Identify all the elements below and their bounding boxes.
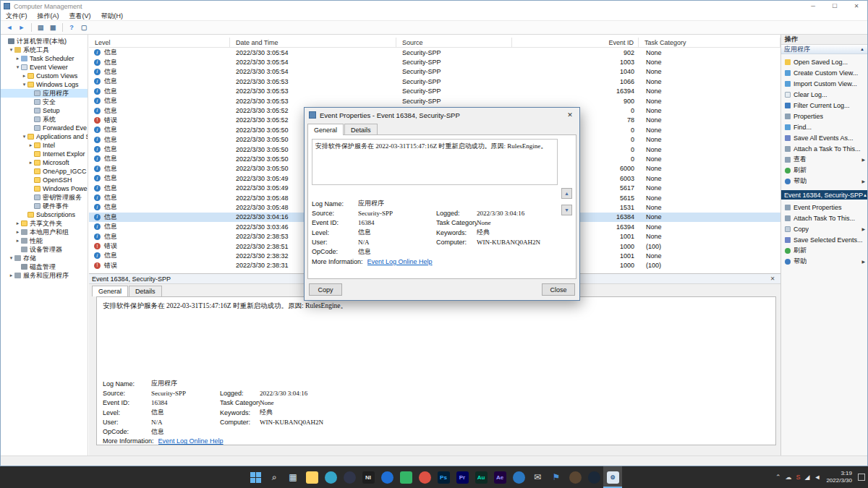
action-item[interactable]: Find...	[781, 121, 867, 132]
mail-icon[interactable]: ✉	[528, 466, 547, 488]
separator-icon[interactable]	[62, 23, 63, 32]
tree-item[interactable]: OpenSSH	[1, 176, 88, 184]
expand-icon[interactable]: ▸	[14, 221, 21, 226]
action-item[interactable]: Clear Log...	[781, 89, 867, 100]
expand-icon[interactable]: ▸	[14, 229, 21, 235]
column-header[interactable]: Level	[89, 38, 230, 47]
tree-item[interactable]: 密钥管理服务	[1, 193, 88, 202]
cloud-icon[interactable]: ☁	[786, 474, 792, 481]
action-item[interactable]: Open Saved Log...	[781, 56, 867, 67]
steam-app-icon[interactable]	[584, 466, 603, 488]
photoshop-icon[interactable]: Ps	[434, 466, 453, 488]
collapse-icon[interactable]: ▲	[860, 47, 864, 51]
dialog-close-button[interactable]: ✕	[561, 108, 579, 122]
input-method-icon[interactable]: S	[796, 474, 801, 481]
console-tree-icon[interactable]: ▦	[47, 22, 59, 33]
menu-item[interactable]: 帮助(H)	[96, 12, 129, 21]
task-view-icon[interactable]: ▦	[284, 466, 302, 488]
tree-item[interactable]: 应用程序	[1, 89, 88, 98]
tree-item[interactable]: ▾ Event Viewer	[1, 63, 88, 72]
action-item[interactable]: 刷新	[781, 165, 867, 176]
tree-item[interactable]: 系统	[1, 115, 88, 124]
event-row[interactable]: 信息 2022/3/30 3:05:53 Security-SPP 1066 N…	[89, 77, 780, 86]
network-icon[interactable]: ◢	[805, 474, 810, 481]
action-item[interactable]: Attach a Task To This...	[781, 143, 867, 154]
flag-app-icon[interactable]: ⚑	[547, 466, 566, 488]
tree-item[interactable]: Setup	[1, 106, 88, 115]
event-log-online-help-link[interactable]: Event Log Online Help	[158, 437, 224, 445]
computer-management-icon[interactable]: ⚙	[603, 466, 622, 488]
previous-event-button[interactable]: ▲	[561, 188, 572, 199]
next-event-button[interactable]: ▼	[561, 205, 572, 215]
brown-app-icon[interactable]	[566, 466, 584, 488]
action-center-icon[interactable]	[858, 474, 865, 481]
action-item[interactable]: Event Properties	[781, 202, 867, 213]
action-item[interactable]: 查看 ▶	[781, 154, 867, 165]
blue-app-icon[interactable]	[378, 466, 396, 488]
close-preview-icon[interactable]: ✕	[767, 275, 778, 282]
column-header[interactable]: Date and Time	[230, 38, 396, 47]
copy-button[interactable]: Copy	[309, 283, 342, 296]
audition-icon[interactable]: Au	[472, 466, 490, 488]
maximize-button[interactable]: ☐	[824, 1, 846, 12]
tree-item[interactable]: ▸ 服务和应用程序	[1, 271, 88, 280]
expand-icon[interactable]: ▸	[27, 160, 34, 166]
tree-item[interactable]: Forwarded Eve	[1, 124, 88, 132]
action-item[interactable]: 帮助 ▶	[781, 176, 867, 187]
chrome-icon[interactable]	[415, 466, 434, 488]
firefox-icon[interactable]	[340, 466, 359, 488]
expand-icon[interactable]: ▾	[21, 82, 27, 87]
section-header-application-log[interactable]: 应用程序 ▲	[781, 45, 867, 54]
taskbar-clock[interactable]: 3:19 2022/3/30	[826, 470, 852, 485]
close-button[interactable]: ✕	[846, 1, 867, 12]
tree-item[interactable]: ▸ Intel	[1, 141, 88, 150]
tree-item[interactable]: ▸ 本地用户和组	[1, 228, 88, 236]
action-item[interactable]: Filter Current Log...	[781, 100, 867, 111]
tree-item[interactable]: ▾ Applications and S	[1, 132, 88, 141]
event-log-online-help-link[interactable]: Event Log Online Help	[367, 258, 433, 265]
tree-item[interactable]: 设备管理器	[1, 245, 88, 254]
action-item[interactable]: 帮助 ▶	[781, 256, 867, 267]
column-header[interactable]: Event ID	[512, 38, 639, 47]
expand-icon[interactable]: ▾	[8, 255, 14, 261]
back-icon[interactable]: ◄	[4, 22, 15, 33]
tab[interactable]: Details	[344, 124, 378, 135]
tab[interactable]: General	[92, 286, 128, 296]
tree-item[interactable]: ▸ 共享文件夹	[1, 219, 88, 228]
edge-icon[interactable]	[321, 466, 340, 488]
help-icon[interactable]: ?	[66, 22, 77, 33]
export-list-icon[interactable]: ▤	[35, 22, 46, 33]
tree-item[interactable]: Subscriptions	[1, 210, 88, 219]
expand-icon[interactable]: ▾	[8, 47, 14, 53]
tree-item[interactable]: 安全	[1, 98, 88, 106]
tree-item[interactable]: OneApp_IGCC	[1, 167, 88, 176]
action-item[interactable]: 刷新	[781, 245, 867, 256]
event-row[interactable]: 信息 2022/3/30 3:05:54 Security-SPP 1003 N…	[89, 57, 780, 67]
expand-icon[interactable]: ▸	[14, 56, 21, 61]
action-item[interactable]: Properties	[781, 111, 867, 121]
tree-item[interactable]: Windows Powe	[1, 184, 88, 193]
tab[interactable]: Details	[129, 286, 162, 296]
close-dialog-button[interactable]: Close	[542, 283, 575, 296]
ni-app-icon[interactable]: NI	[359, 466, 378, 488]
action-item[interactable]: Create Custom View...	[781, 67, 867, 78]
expand-icon[interactable]: ▾	[21, 134, 27, 140]
section-header-selected-event[interactable]: Event 16384, Security-SPP ▲	[781, 190, 867, 200]
action-item[interactable]: Attach Task To This...	[781, 213, 867, 223]
round-blue-app-icon[interactable]	[509, 466, 528, 488]
premiere-icon[interactable]: Pr	[453, 466, 472, 488]
menu-item[interactable]: 查看(V)	[64, 12, 96, 21]
separator-icon[interactable]	[31, 23, 32, 32]
forward-icon[interactable]: ►	[16, 22, 27, 33]
collapse-icon[interactable]: ▲	[863, 193, 867, 197]
tree-item[interactable]: ▸ Task Scheduler	[1, 54, 88, 63]
column-header[interactable]: Task Category	[639, 38, 780, 47]
search-icon[interactable]: ⌕	[265, 466, 284, 488]
tray-expand-icon[interactable]: ⌃	[775, 474, 781, 481]
menu-item[interactable]: 文件(F)	[1, 12, 33, 21]
tree-item[interactable]: ▸ Microsoft	[1, 158, 88, 167]
tree-item[interactable]: ▾ 存储	[1, 254, 88, 262]
minimize-button[interactable]: ─	[802, 1, 824, 12]
expand-icon[interactable]: ▸	[27, 142, 34, 148]
tree-item[interactable]: 磁盘管理	[1, 262, 88, 271]
